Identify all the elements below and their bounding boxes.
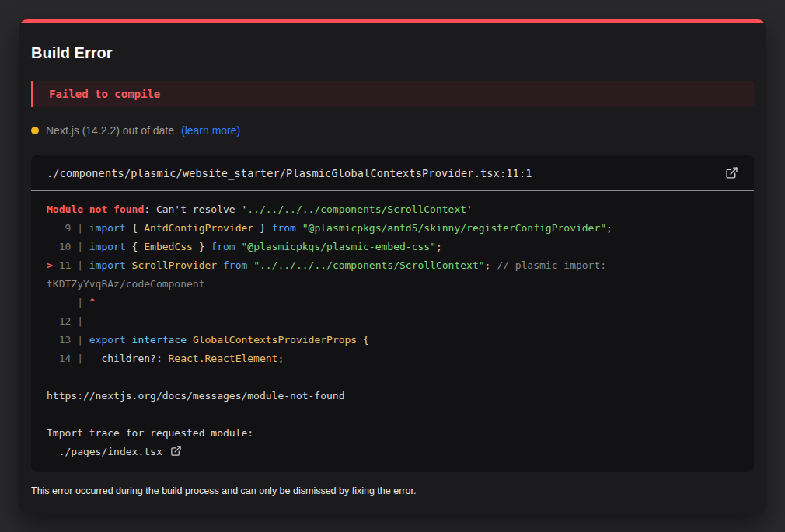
code-line bbox=[47, 405, 738, 424]
code-line: 9 | import { AntdConfigProvider } from "… bbox=[47, 219, 738, 238]
learn-more-link[interactable]: (learn more) bbox=[181, 124, 240, 137]
version-stale-dot-icon bbox=[31, 127, 39, 134]
external-link-icon[interactable] bbox=[725, 166, 738, 179]
compile-error-text: Failed to compile bbox=[49, 88, 160, 100]
dialog-content: Build Error Failed to compile Next.js (1… bbox=[19, 43, 766, 514]
code-block: Module not found: Can't resolve '../../.… bbox=[31, 191, 754, 472]
code-frame: ./components/plasmic/website_starter/Pla… bbox=[31, 155, 754, 472]
code-line: Module not found: Can't resolve '../../.… bbox=[47, 200, 738, 219]
version-text: Next.js (14.2.2) out of date bbox=[46, 124, 174, 137]
code-line: | ^ bbox=[47, 294, 738, 312]
page-title: Build Error bbox=[31, 43, 754, 62]
code-line: Import trace for requested module: bbox=[47, 424, 738, 443]
version-notice: Next.js (14.2.2) out of date (learn more… bbox=[31, 124, 754, 137]
external-link-icon[interactable] bbox=[170, 445, 182, 457]
code-line: 14 | children?: React.ReactElement; bbox=[47, 349, 738, 368]
compile-error-banner: Failed to compile bbox=[31, 81, 754, 107]
code-line: tKDTZyYvqBAz/codeComponent bbox=[47, 275, 738, 294]
code-line: 10 | import { EmbedCss } from "@plasmicp… bbox=[47, 238, 738, 256]
code-line: 13 | export interface GlobalContextsProv… bbox=[47, 331, 738, 349]
file-path: ./components/plasmic/website_starter/Pla… bbox=[47, 167, 532, 179]
code-line: https://nextjs.org/docs/messages/module-… bbox=[47, 387, 738, 405]
footer-note: This error occurred during the build pro… bbox=[31, 485, 754, 497]
file-path-header[interactable]: ./components/plasmic/website_starter/Pla… bbox=[31, 155, 754, 191]
code-line: 12 | bbox=[47, 312, 738, 331]
code-line: ./pages/index.tsx bbox=[47, 443, 738, 461]
code-line bbox=[47, 368, 738, 387]
error-accent-bar bbox=[19, 19, 766, 23]
code-line: > 11 | import ScrollProvider from "../..… bbox=[47, 256, 738, 275]
build-error-dialog: Build Error Failed to compile Next.js (1… bbox=[19, 19, 766, 514]
